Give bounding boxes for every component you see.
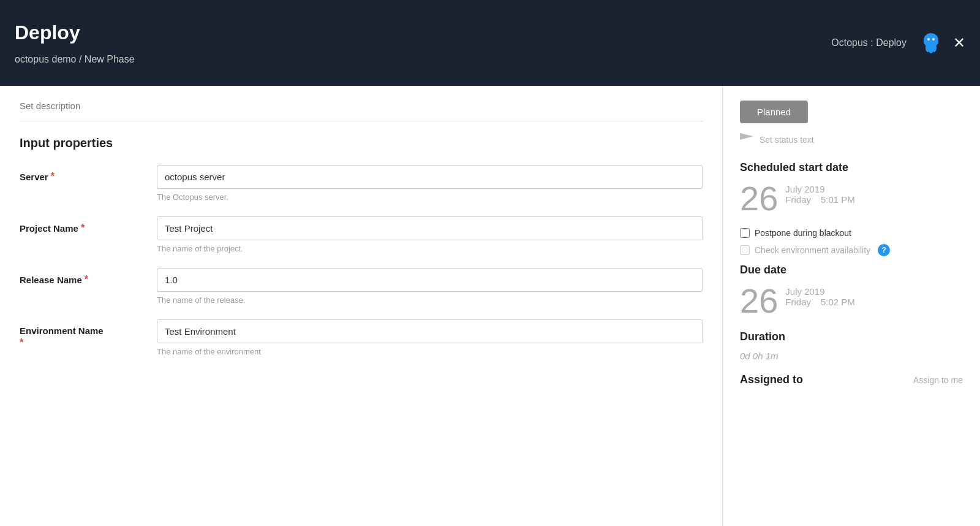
header-left: Deploy octopus demo / New Phase — [15, 0, 135, 86]
assign-me-link[interactable]: Assign to me — [913, 375, 963, 385]
close-button[interactable]: ✕ — [953, 36, 965, 50]
header: Deploy octopus demo / New Phase Octopus … — [0, 0, 980, 86]
scheduled-start-row-inner: Friday 5:01 PM — [785, 194, 855, 205]
required-star: * — [20, 337, 23, 348]
project-name-field-wrapper: The name of the project. — [157, 216, 703, 253]
due-date-heading: Due date — [740, 264, 963, 276]
check-env-checkbox-row: Check environment availability ? — [740, 244, 963, 256]
svg-point-3 — [932, 44, 937, 52]
page-title: Deploy — [15, 21, 135, 44]
environment-name-field-row: Environment Name * The name of the envir… — [20, 319, 703, 356]
main-content: Input properties Server * The Octopus se… — [0, 86, 980, 526]
due-date-row-inner: Friday 5:02 PM — [785, 297, 855, 307]
due-date-time: 5:02 PM — [821, 297, 855, 307]
server-label: Server * — [20, 165, 142, 182]
environment-name-hint: The name of the environment — [157, 347, 703, 356]
check-env-label: Check environment availability — [755, 245, 870, 255]
due-date-day: 26 — [740, 284, 778, 318]
svg-point-4 — [927, 38, 930, 40]
project-name-hint: The name of the project. — [157, 244, 703, 253]
assigned-heading: Assigned to — [740, 373, 803, 386]
status-text-row: Set status text — [740, 133, 963, 147]
environment-name-label: Environment Name * — [20, 319, 142, 348]
server-field-wrapper: The Octopus server. — [157, 165, 703, 202]
server-input[interactable] — [157, 165, 703, 189]
scheduled-start-heading: Scheduled start date — [740, 161, 963, 174]
duration-heading: Duration — [740, 330, 963, 343]
server-hint: The Octopus server. — [157, 192, 703, 202]
scheduled-start-day: 26 — [740, 181, 778, 216]
header-right: Octopus : Deploy ✕ — [831, 31, 965, 55]
scheduled-start-details: July 2019 Friday 5:01 PM — [785, 181, 855, 205]
assigned-row: Assigned to Assign to me — [740, 373, 963, 386]
svg-point-5 — [932, 38, 935, 40]
scheduled-start-time: 5:01 PM — [821, 194, 855, 205]
due-date-day-name: Friday — [785, 297, 811, 307]
required-star: * — [81, 223, 85, 234]
required-star: * — [51, 171, 55, 182]
flag-icon — [740, 133, 753, 147]
due-date-month-year: July 2019 — [785, 286, 855, 297]
check-env-checkbox[interactable] — [740, 245, 750, 255]
postpone-checkbox-row: Postpone during blackout — [740, 228, 963, 238]
server-field-row: Server * The Octopus server. — [20, 165, 703, 202]
due-date-details: July 2019 Friday 5:02 PM — [785, 284, 855, 307]
divider — [20, 121, 703, 121]
app-name-label: Octopus : Deploy — [831, 37, 907, 48]
right-panel: Planned Set status text Scheduled start … — [723, 86, 980, 526]
release-name-hint: The name of the release. — [157, 295, 703, 305]
planned-button[interactable]: Planned — [740, 101, 808, 123]
release-name-field-wrapper: The name of the release. — [157, 268, 703, 305]
project-name-input[interactable] — [157, 216, 703, 240]
environment-name-field-wrapper: The name of the environment — [157, 319, 703, 356]
octopus-icon — [919, 31, 943, 55]
status-text-placeholder[interactable]: Set status text — [760, 135, 814, 145]
project-name-label: Project Name * — [20, 216, 142, 234]
environment-name-input[interactable] — [157, 319, 703, 343]
release-name-field-row: Release Name * The name of the release. — [20, 268, 703, 305]
scheduled-start-date-block: 26 July 2019 Friday 5:01 PM — [740, 181, 963, 216]
project-name-field-row: Project Name * The name of the project. — [20, 216, 703, 253]
help-icon[interactable]: ? — [878, 244, 890, 256]
scheduled-start-month-year: July 2019 — [785, 184, 855, 194]
postpone-label[interactable]: Postpone during blackout — [755, 228, 851, 238]
release-name-input[interactable] — [157, 268, 703, 292]
postpone-checkbox[interactable] — [740, 228, 750, 238]
breadcrumb: octopus demo / New Phase — [15, 54, 135, 65]
due-date-block: 26 July 2019 Friday 5:02 PM — [740, 284, 963, 318]
required-star: * — [85, 274, 88, 285]
header-icons: ✕ — [919, 31, 965, 55]
scheduled-start-day-name: Friday — [785, 194, 811, 205]
section-title: Input properties — [20, 136, 703, 150]
duration-value: 0d 0h 1m — [740, 351, 963, 361]
release-name-label: Release Name * — [20, 268, 142, 285]
app-container: Deploy octopus demo / New Phase Octopus … — [0, 0, 980, 526]
description-input[interactable] — [20, 101, 703, 121]
left-panel: Input properties Server * The Octopus se… — [0, 86, 723, 526]
